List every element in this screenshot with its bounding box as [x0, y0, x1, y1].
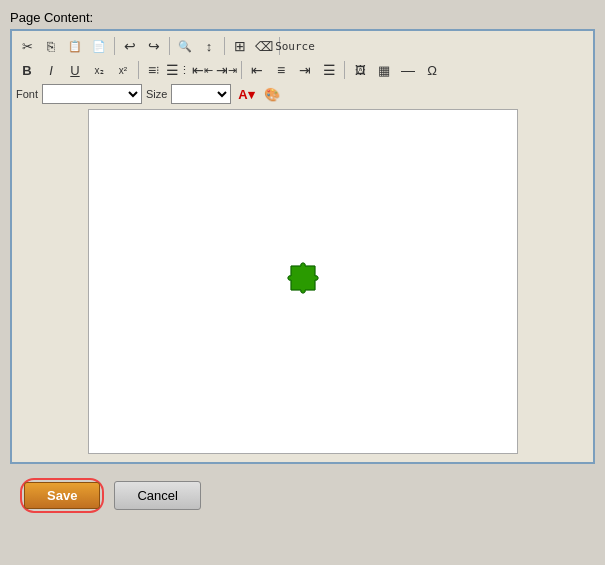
redo-button[interactable] [143, 35, 165, 57]
puzzle-icon [283, 258, 323, 306]
source-button[interactable]: Source [284, 35, 306, 57]
flash-button[interactable]: ▦ [373, 59, 395, 81]
bg-color-button[interactable]: 🎨 [261, 83, 283, 105]
superscript-button[interactable] [112, 59, 134, 81]
align-justify-button[interactable]: ☰ [318, 59, 340, 81]
font-select[interactable] [42, 84, 142, 104]
paste-text-button[interactable] [88, 35, 110, 57]
find-button[interactable] [174, 35, 196, 57]
cancel-button[interactable]: Cancel [114, 481, 200, 510]
eraser-button[interactable] [253, 35, 275, 57]
editor-area[interactable] [88, 109, 518, 454]
toolbar-sep-5 [138, 61, 139, 79]
cut-button[interactable] [16, 35, 38, 57]
image-button[interactable] [349, 59, 371, 81]
size-label: Size [146, 88, 167, 100]
toolbar-sep-7 [344, 61, 345, 79]
puzzle-svg [283, 258, 323, 298]
paste-button[interactable] [64, 35, 86, 57]
toolbar-row-1: Source [16, 35, 589, 57]
unordered-list-button[interactable]: ⋮ [167, 59, 189, 81]
toolbar-sep-3 [224, 37, 225, 55]
copy-button[interactable] [40, 35, 62, 57]
outdent-button[interactable]: ⇤ [191, 59, 213, 81]
toolbar-sep-2 [169, 37, 170, 55]
save-button-highlight: Save [20, 478, 104, 513]
toolbar-row-3: Font Size A▾ 🎨 [16, 83, 589, 105]
indent-button[interactable]: ⇥ [215, 59, 237, 81]
undo-button[interactable] [119, 35, 141, 57]
font-label: Font [16, 88, 38, 100]
sort-button[interactable] [198, 35, 220, 57]
toolbar-sep-6 [241, 61, 242, 79]
align-left-button[interactable]: ⇤ [246, 59, 268, 81]
ordered-list-button[interactable]: ⁝ [143, 59, 165, 81]
size-select[interactable] [171, 84, 231, 104]
page-content-label: Page Content: [10, 10, 595, 25]
align-center-button[interactable]: ≡ [270, 59, 292, 81]
save-button[interactable]: Save [24, 482, 100, 509]
toolbar-sep-1 [114, 37, 115, 55]
source-label: Source [275, 40, 315, 53]
align-right-button[interactable]: ⇥ [294, 59, 316, 81]
buttons-row: Save Cancel [10, 478, 595, 513]
hr-button[interactable]: — [397, 59, 419, 81]
editor-container: Source B I U ⁝ ⋮ ⇤ ⇥ ⇤ ≡ ⇥ ☰ ▦ — [10, 29, 595, 464]
toolbar-row-2: B I U ⁝ ⋮ ⇤ ⇥ ⇤ ≡ ⇥ ☰ ▦ — [16, 59, 589, 81]
italic-button[interactable]: I [40, 59, 62, 81]
special-char-button[interactable] [421, 59, 443, 81]
table-button[interactable] [229, 35, 251, 57]
subscript-button[interactable] [88, 59, 110, 81]
text-color-button[interactable]: A▾ [235, 83, 257, 105]
underline-button[interactable]: U [64, 59, 86, 81]
bold-button[interactable]: B [16, 59, 38, 81]
